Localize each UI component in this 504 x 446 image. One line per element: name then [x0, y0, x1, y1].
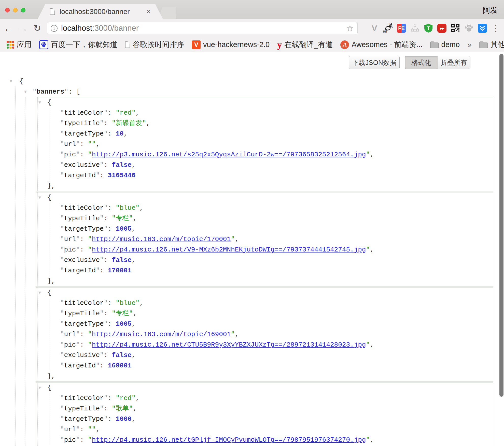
address-bar[interactable]: i localhost:3000/banner ☆ [47, 22, 358, 34]
collapse-all-button[interactable]: 折叠所有 [438, 56, 470, 69]
reload-button[interactable]: ↻ [31, 19, 44, 37]
json-array-item: ▼ titleColorblue typeTitle专栏 targetType1… [36, 287, 493, 382]
youdao-icon: y [277, 39, 282, 50]
json-key: titleColor [60, 204, 108, 212]
json-key: targetId [60, 172, 100, 179]
traffic-lights [5, 8, 25, 12]
apps-grid-icon [7, 41, 14, 49]
json-line-url: urlhttp://music.163.com/m/topic/170001 [36, 234, 493, 245]
tab-title: localhost:3000/banner [60, 8, 143, 16]
svg-text:T: T [427, 26, 430, 31]
bookmark-label: 其他书签 [491, 40, 504, 50]
json-number-value: 10 [116, 130, 123, 138]
json-string-value: http://p4.music.126.net/V9-MXz6b2MNhEKju… [88, 246, 370, 254]
tab-localhost-banner[interactable]: localhost:3000/banner × [38, 4, 163, 19]
json-line-pic: pichttp://p4.music.126.net/V9-MXz6b2MNhE… [36, 245, 493, 255]
collapse-caret-icon[interactable]: ▼ [38, 192, 41, 203]
bookmark-label: Awesomes - 前端资... [352, 40, 422, 50]
collapse-caret-icon[interactable]: ▼ [10, 76, 12, 87]
vertical-scrollbar[interactable] [499, 54, 503, 397]
json-line-targetType: targetType1005 [36, 224, 493, 234]
json-key: url [60, 140, 80, 148]
site-info-icon[interactable]: i [51, 25, 58, 32]
json-line-typeTitle: typeTitle歌单 [36, 404, 493, 414]
bookmark-folder-demo[interactable]: demo [430, 40, 460, 49]
folder-icon [479, 41, 488, 48]
bookmark-folder-others[interactable]: 其他书签 [479, 40, 504, 50]
pic-link[interactable]: http://p4.music.126.net/tGPljf-IMOCyPvum… [92, 436, 366, 444]
chrome-menu-icon[interactable]: ⋮ [491, 24, 500, 33]
json-string-value: blue [116, 299, 139, 307]
profile-name[interactable]: 阿发 [483, 5, 498, 16]
bookmarks-bar: 应用 百度一下，你就知道 谷歌按时间排序 V vue-hackernews-2.… [0, 37, 504, 52]
bookmarks-overflow-chevron[interactable]: » [467, 40, 472, 49]
json-key: typeTitle [60, 405, 104, 412]
json-number-value: 1005 [116, 320, 131, 328]
bookmark-baidu[interactable]: 百度一下，你就知道 [39, 40, 117, 50]
json-key: targetId [60, 362, 100, 369]
json-line-pic: pichttp://p4.music.126.net/CTU5B9R9y3XyY… [36, 340, 493, 350]
translate-extension-icon[interactable]: 英 en [383, 24, 393, 33]
paw-extension-icon[interactable] [464, 24, 473, 33]
back-button[interactable]: ← [2, 19, 15, 37]
tab-close-icon[interactable]: × [146, 8, 151, 16]
json-line-titleColor: titleColorblue [36, 203, 493, 213]
json-line [36, 181, 493, 191]
json-line: ▼ [36, 97, 493, 108]
sitemap-extension-icon[interactable] [410, 24, 419, 33]
video-downloader-icon[interactable]: ▶▶ [437, 24, 446, 33]
pic-link[interactable]: http://p4.music.126.net/V9-MXz6b2MNhEKju… [92, 246, 366, 254]
json-line-targetId: targetId170001 [36, 265, 493, 276]
json-number-value: 1000 [116, 415, 131, 423]
json-line-titleColor: titleColorblue [36, 298, 493, 308]
bookmark-google-sort[interactable]: 谷歌按时间排序 [125, 40, 184, 50]
json-line-typeTitle: typeTitle专栏 [36, 213, 493, 224]
json-line-targetType: targetType10 [36, 129, 493, 139]
url-link[interactable]: http://music.163.com/m/topic/170001 [92, 235, 231, 243]
download-manager-icon[interactable] [478, 24, 487, 33]
json-key: pic [60, 341, 80, 349]
bookmark-label: 百度一下，你就知道 [51, 40, 117, 50]
vue-devtools-icon[interactable]: V [370, 24, 379, 33]
page-content: 下载JSON数据 格式化 折叠所有 ▼ ▼banners ▼ titleColo… [0, 52, 504, 446]
download-json-button[interactable]: 下载JSON数据 [349, 56, 400, 69]
json-string-value: http://p3.music.126.net/s25q2x5QyqsAzilC… [88, 151, 370, 158]
json-array-item: ▼ titleColorred typeTitle歌单 targetType10… [36, 382, 493, 446]
json-line-typeTitle: typeTitle专栏 [36, 308, 493, 319]
url-link[interactable]: http://music.163.com/m/topic/169001 [92, 331, 231, 338]
collapse-caret-icon[interactable]: ▼ [38, 288, 41, 298]
collapse-caret-icon[interactable]: ▼ [38, 97, 41, 108]
forward-button[interactable]: → [16, 19, 30, 37]
json-number-value: 3165446 [108, 172, 135, 179]
close-window-button[interactable] [5, 8, 10, 12]
json-line-targetId: targetId3165446 [36, 170, 493, 181]
fe-extension-icon[interactable]: FE [397, 24, 406, 33]
json-key: titleColor [60, 109, 108, 117]
bookmark-vue-hackernews[interactable]: V vue-hackernews-2.0 [192, 40, 270, 49]
format-button[interactable]: 格式化 [405, 56, 438, 69]
qr-code-icon[interactable] [451, 24, 460, 33]
pic-link[interactable]: http://p3.music.126.net/s25q2x5QyqsAzilC… [92, 151, 366, 158]
tampermonkey-shield-icon[interactable]: T [424, 24, 433, 33]
bookmark-youdao[interactable]: y 在线翻译_有道 [277, 39, 333, 50]
json-string-value: http://p4.music.126.net/CTU5B9R9y3XyYBZX… [88, 341, 370, 349]
bookmark-star-icon[interactable]: ☆ [346, 23, 354, 33]
json-key: exclusive [60, 256, 104, 264]
json-string-value: 歌单 [112, 405, 133, 412]
json-line: ▼ [36, 383, 493, 393]
url-path: :3000/banner [92, 24, 139, 33]
url-text: localhost:3000/banner [61, 24, 346, 33]
pic-link[interactable]: http://p4.music.126.net/CTU5B9R9y3XyYBZX… [92, 341, 366, 349]
json-line-url: url [36, 139, 493, 150]
bookmark-awesomes[interactable]: A Awesomes - 前端资... [340, 40, 422, 50]
bookmark-apps[interactable]: 应用 [7, 40, 32, 50]
json-key: exclusive [60, 161, 104, 169]
json-line-pic: pichttp://p3.music.126.net/s25q2x5QyqsAz… [36, 150, 493, 160]
json-line-exclusive: exclusivefalse [36, 350, 493, 361]
minimize-window-button[interactable] [13, 8, 18, 12]
tree-guide-banners [25, 97, 25, 446]
collapse-caret-icon[interactable]: ▼ [24, 87, 27, 97]
tree-guide-root [15, 86, 16, 446]
zoom-window-button[interactable] [21, 8, 25, 12]
collapse-caret-icon[interactable]: ▼ [38, 383, 41, 393]
